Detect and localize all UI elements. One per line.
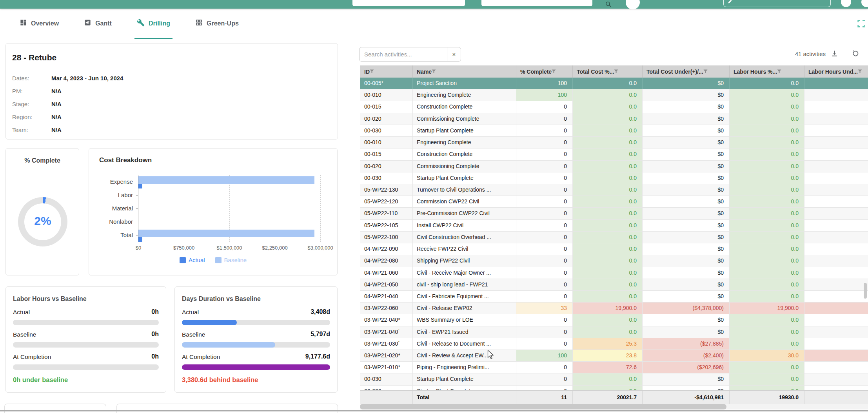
progress-value: 0h: [151, 353, 159, 360]
cell-total-cost-under: ($27,885): [643, 338, 730, 350]
table-row[interactable]: 03-WP21-020*Civil - Review & Accept EW..…: [360, 350, 868, 362]
column-header[interactable]: Total Cost Under(+)/...: [643, 65, 730, 78]
legend-item-actual[interactable]: Actual: [180, 257, 205, 263]
cell-total-cost-pct: 0.0: [573, 243, 643, 255]
circle-button-1[interactable]: [841, 0, 851, 7]
vertical-scrollbar-thumb[interactable]: [864, 283, 867, 299]
table-row[interactable]: 00-020Commissioning Complete00.0$00.0: [360, 161, 868, 172]
refresh-icon[interactable]: [852, 49, 860, 59]
cell-total-cost-pct: 0.0: [573, 125, 643, 136]
cell-labor-hours-pct: 0.0: [730, 279, 804, 290]
cost-breakdown-card: Cost Breakdown $0$750,000$1,500,000$2,25…: [89, 148, 338, 275]
cell-name: Engineering Complete: [413, 89, 516, 101]
tab-green-ups[interactable]: Green-Ups: [193, 9, 241, 39]
cell-percent-complete: 0: [516, 255, 573, 266]
table-row[interactable]: 04-WP21-040Civil - Fabricate Equipment .…: [360, 291, 868, 303]
cell-id: 00-005*: [360, 78, 413, 89]
table-row[interactable]: 03-WP22-060Civil - Release EWP023319,900…: [360, 303, 868, 314]
search-icon[interactable]: [605, 1, 612, 9]
table-row[interactable]: 05-WP22-130Turnover to Civil Operations …: [360, 184, 868, 196]
table-row[interactable]: 04-WP21-050civil - ship long lead - FWP2…: [360, 279, 868, 291]
cell-percent-complete: 0: [516, 373, 573, 385]
toolbar-input-2[interactable]: [481, 0, 592, 6]
cell-labor-hours-under: [804, 172, 868, 184]
tab-drilling[interactable]: Drilling: [134, 9, 173, 39]
table-row[interactable]: 00-030Startup Plant Complete00.0$00.0: [360, 386, 868, 390]
filter-icon[interactable]: [777, 69, 781, 75]
circle-button-2[interactable]: [861, 0, 868, 7]
total-pct: 11: [516, 391, 573, 404]
tab-label: Gantt: [95, 20, 112, 27]
table-row[interactable]: 00-015Construction Complete00.0$00.0: [360, 149, 868, 160]
cell-id: 03-WP21-020*: [360, 350, 413, 361]
table-row[interactable]: 00-030Startup Plant Complete00.0$00.0: [360, 125, 868, 137]
cell-labor-hours-under: [804, 303, 868, 314]
filter-icon[interactable]: [858, 69, 862, 75]
table-row[interactable]: 04-WP22-080Shipping FWP22 Civil00.0$00.0: [360, 255, 868, 267]
edit-action-button[interactable]: [723, 0, 831, 7]
progress-track: [182, 364, 330, 370]
filter-icon[interactable]: [703, 69, 708, 75]
table-row[interactable]: 05-WP22-100Civil Construction Overhead .…: [360, 232, 868, 243]
table-row[interactable]: 00-005*Project Sanction1000.0$00.0: [360, 78, 868, 89]
tab-gantt[interactable]: Gantt: [82, 9, 114, 39]
table-row[interactable]: 05-WP22-120Commission CWP22 Civil00.0$00…: [360, 196, 868, 208]
column-header[interactable]: Total Cost %...: [573, 65, 643, 78]
filter-icon[interactable]: [614, 69, 618, 75]
table-row[interactable]: 00-030Startup Plant Complete00.0$00.0: [360, 172, 868, 184]
table-row[interactable]: 03-WP22-040*WBS Summary or LOE00.0$00.0: [360, 314, 868, 326]
horizontal-scrollbar[interactable]: [360, 404, 868, 409]
cell-labor-hours-under: [804, 125, 868, 136]
cell-total-cost-under: $0: [643, 279, 730, 290]
legend-item-baseline[interactable]: Baseline: [215, 257, 247, 263]
column-header[interactable]: Labor Hours Und...: [804, 65, 868, 78]
cell-id: 03-WP22-060: [360, 303, 413, 314]
table-row[interactable]: 05-WP22-105Install CWP22 Civil00.0$00.0: [360, 220, 868, 232]
cell-total-cost-under: ($4,378,000): [643, 303, 730, 314]
table-row[interactable]: 00-015Construction Complete00.0$00.0: [360, 101, 868, 113]
progress-track: [13, 320, 159, 325]
table-row[interactable]: 03-WP21-040`Civil - EWP21 Issued00.0$00.…: [360, 326, 868, 338]
cell-labor-hours-under: [804, 232, 868, 243]
column-header-label: Total Cost %...: [577, 69, 614, 75]
progress-label: Actual: [182, 309, 199, 316]
horizontal-scrollbar-thumb[interactable]: [360, 404, 726, 409]
actual-bar: [138, 184, 142, 188]
cell-labor-hours-pct: 19,900.0: [730, 303, 804, 314]
cell-total-cost-under: $0: [643, 232, 730, 243]
column-header[interactable]: ID: [360, 65, 413, 78]
filter-icon[interactable]: [370, 69, 374, 75]
cell-labor-hours-pct: 0.0: [730, 161, 804, 172]
user-avatar[interactable]: [626, 0, 640, 9]
axis-tick: [136, 208, 138, 209]
baseline-bar: [138, 176, 314, 184]
cell-labor-hours-pct: 0.0: [730, 113, 804, 125]
tab-overview[interactable]: Overview: [17, 9, 61, 39]
clear-search-button[interactable]: ×: [447, 47, 461, 61]
pencil-icon: [728, 0, 733, 5]
filter-icon[interactable]: [552, 69, 556, 75]
search-input[interactable]: [360, 51, 447, 58]
total-labor: 19930.0: [730, 391, 804, 404]
column-header[interactable]: Name: [413, 65, 516, 78]
cell-total-cost-pct: 25.3: [573, 338, 643, 350]
download-icon[interactable]: [830, 49, 839, 59]
column-header[interactable]: Labor Hours %...: [730, 65, 804, 78]
table-row[interactable]: 03-WP21-030`Civil - Release to Document …: [360, 338, 868, 350]
table-row[interactable]: 03-WP21-010*Piping - Engineering Prelimi…: [360, 362, 868, 373]
cell-id: 05-WP22-130: [360, 184, 413, 196]
table-row[interactable]: 04-WP22-090Receive FWP22 Civil00.0$00.0: [360, 243, 868, 255]
table-row[interactable]: 04-WP21-060Civil - Receive Major Owner .…: [360, 267, 868, 279]
cell-labor-hours-pct: 0.0: [730, 255, 804, 266]
table-row[interactable]: 00-010Engineering Complete00.0$00.0: [360, 137, 868, 149]
column-header[interactable]: % Complete: [516, 65, 573, 78]
table-row[interactable]: 00-020Commissioning Complete00.0$00.0: [360, 113, 868, 125]
toolbar-input-1[interactable]: [352, 0, 465, 6]
table-row[interactable]: 05-WP22-110Pre-Commission CWP22 Civil00.…: [360, 208, 868, 219]
cell-total-cost-under: $0: [643, 267, 730, 279]
table-row[interactable]: 00-030Startup Plant Complete00.0$00.0: [360, 373, 868, 385]
filter-icon[interactable]: [432, 69, 436, 75]
table-row[interactable]: 00-010Engineering Complete1000.0$00.0: [360, 89, 868, 101]
percent-complete-title: % Complete: [6, 157, 79, 164]
fullscreen-icon[interactable]: [857, 20, 866, 28]
